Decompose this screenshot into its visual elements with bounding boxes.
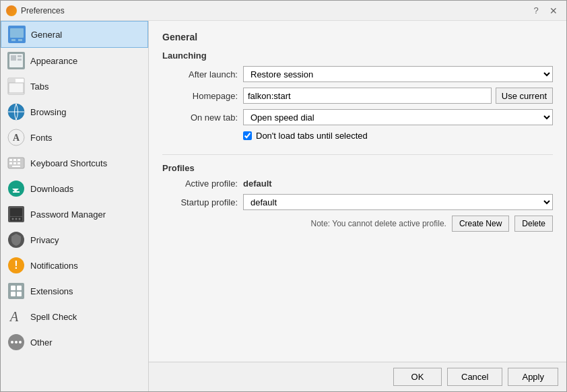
- sidebar-item-label-tabs: Tabs: [30, 81, 48, 92]
- profiles-title: Profiles: [162, 163, 553, 173]
- svg-rect-21: [9, 162, 12, 164]
- svg-point-33: [19, 218, 21, 220]
- active-profile-value: default: [243, 178, 272, 189]
- sidebar-item-browsing[interactable]: Browsing: [1, 99, 148, 125]
- sidebar-item-general[interactable]: General: [1, 21, 148, 48]
- sidebar-item-label-downloads: Downloads: [30, 184, 73, 194]
- sidebar: General Appearance: [1, 21, 149, 391]
- help-button[interactable]: ?: [529, 3, 543, 18]
- startup-profile-row: Startup profile: default: [162, 194, 553, 210]
- ok-button[interactable]: OK: [393, 368, 442, 386]
- profiles-section: Profiles Active profile: default Startup…: [162, 154, 553, 232]
- svg-rect-38: [11, 286, 15, 290]
- svg-point-45: [15, 341, 18, 344]
- titlebar-controls: ? ✕: [529, 3, 561, 18]
- cancel-button[interactable]: Cancel: [447, 368, 502, 386]
- on-new-tab-control: Open speed dial Open blank page Open hom…: [243, 109, 553, 125]
- browsing-icon: [7, 103, 25, 121]
- keyboard-icon: [7, 154, 25, 172]
- svg-point-46: [19, 341, 22, 344]
- svg-rect-7: [18, 55, 22, 57]
- sidebar-item-label-spellcheck: Spell Check: [30, 312, 77, 322]
- content-area: General Appearance: [1, 21, 566, 391]
- homepage-input[interactable]: [243, 88, 492, 104]
- sidebar-item-label-fonts: Fonts: [30, 133, 53, 143]
- notifications-icon: !: [7, 257, 25, 274]
- appearance-icon: [7, 52, 25, 69]
- privacy-icon: [7, 231, 25, 249]
- delete-button[interactable]: Delete: [514, 216, 553, 232]
- after-launch-label: After launch:: [169, 69, 243, 79]
- svg-rect-39: [17, 286, 22, 290]
- active-profile-label: Active profile:: [169, 178, 243, 189]
- after-launch-control: Restore session Open homepage Open blank…: [243, 66, 553, 82]
- note-row: Note: You cannot delete active profile. …: [162, 216, 553, 232]
- sidebar-item-label-extensions: Extensions: [30, 286, 73, 296]
- svg-rect-23: [18, 162, 20, 164]
- main-content: General Launching After launch: Restore …: [149, 21, 566, 362]
- svg-rect-6: [11, 55, 16, 61]
- fonts-icon: A: [7, 129, 25, 146]
- homepage-label: Homepage:: [169, 91, 243, 101]
- close-button[interactable]: ✕: [546, 3, 561, 18]
- bottom-bar: OK Cancel Apply: [149, 362, 566, 391]
- svg-rect-3: [18, 39, 22, 41]
- section-title: General: [162, 32, 553, 42]
- sidebar-item-fonts[interactable]: A Fonts: [1, 125, 148, 150]
- svg-rect-19: [13, 159, 16, 161]
- sidebar-item-other[interactable]: Other: [1, 329, 148, 355]
- svg-point-44: [11, 341, 13, 344]
- apply-button[interactable]: Apply: [508, 368, 558, 386]
- launching-title: Launching: [162, 51, 553, 61]
- svg-rect-18: [9, 159, 12, 161]
- svg-text:A: A: [9, 309, 19, 324]
- sidebar-item-label-other: Other: [30, 337, 53, 348]
- after-launch-row: After launch: Restore session Open homep…: [162, 66, 553, 82]
- active-profile-row: Active profile: default: [162, 178, 553, 189]
- sidebar-item-extensions[interactable]: Extensions: [1, 278, 148, 304]
- titlebar: Preferences ? ✕: [1, 1, 566, 21]
- app-icon: [6, 5, 17, 16]
- homepage-row: Homepage: Use current: [162, 88, 553, 104]
- svg-point-32: [15, 218, 18, 220]
- note-text: Note: You cannot delete active profile.: [310, 219, 446, 228]
- sidebar-item-tabs[interactable]: Tabs: [1, 73, 148, 99]
- sidebar-item-password-manager[interactable]: Password Manager: [1, 201, 148, 227]
- sidebar-item-downloads[interactable]: Downloads: [1, 176, 148, 201]
- sidebar-item-label-general: General: [31, 30, 62, 40]
- spellcheck-icon: A: [7, 308, 25, 325]
- password-icon: [7, 205, 25, 223]
- on-new-tab-label: On new tab:: [169, 112, 243, 123]
- tabs-icon: [7, 77, 25, 95]
- dont-load-checkbox[interactable]: [243, 131, 252, 140]
- svg-text:A: A: [13, 133, 20, 143]
- launching-section: Launching After launch: Restore session …: [162, 51, 553, 141]
- extensions-icon: [7, 282, 25, 300]
- sidebar-item-label-password: Password Manager: [30, 209, 106, 220]
- on-new-tab-row: On new tab: Open speed dial Open blank p…: [162, 109, 553, 125]
- on-new-tab-select[interactable]: Open speed dial Open blank page Open hom…: [243, 109, 553, 125]
- svg-rect-37: [8, 283, 24, 299]
- startup-profile-label: Startup profile:: [169, 197, 243, 207]
- svg-rect-29: [10, 208, 22, 216]
- downloads-icon: [7, 180, 25, 197]
- homepage-control: Use current: [243, 88, 553, 104]
- svg-rect-22: [13, 162, 16, 164]
- sidebar-item-label-notifications: Notifications: [30, 261, 78, 271]
- sidebar-item-appearance[interactable]: Appearance: [1, 48, 148, 73]
- sidebar-item-label-browsing: Browsing: [30, 107, 66, 117]
- dont-load-row: Don't load tabs until selected: [162, 131, 553, 141]
- dont-load-label: Don't load tabs until selected: [256, 131, 368, 141]
- sidebar-item-notifications[interactable]: ! Notifications: [1, 253, 148, 278]
- startup-profile-select[interactable]: default: [243, 194, 553, 210]
- use-current-button[interactable]: Use current: [496, 88, 553, 104]
- after-launch-select[interactable]: Restore session Open homepage Open blank…: [243, 66, 553, 82]
- svg-rect-20: [18, 159, 20, 161]
- svg-rect-1: [10, 28, 24, 38]
- sidebar-item-spell-check[interactable]: A Spell Check: [1, 304, 148, 329]
- sidebar-item-privacy[interactable]: Privacy: [1, 227, 148, 253]
- sidebar-item-keyboard-shortcuts[interactable]: Keyboard Shortcuts: [1, 150, 148, 176]
- svg-rect-11: [9, 83, 24, 93]
- create-new-button[interactable]: Create New: [452, 216, 509, 232]
- window-title: Preferences: [21, 6, 529, 15]
